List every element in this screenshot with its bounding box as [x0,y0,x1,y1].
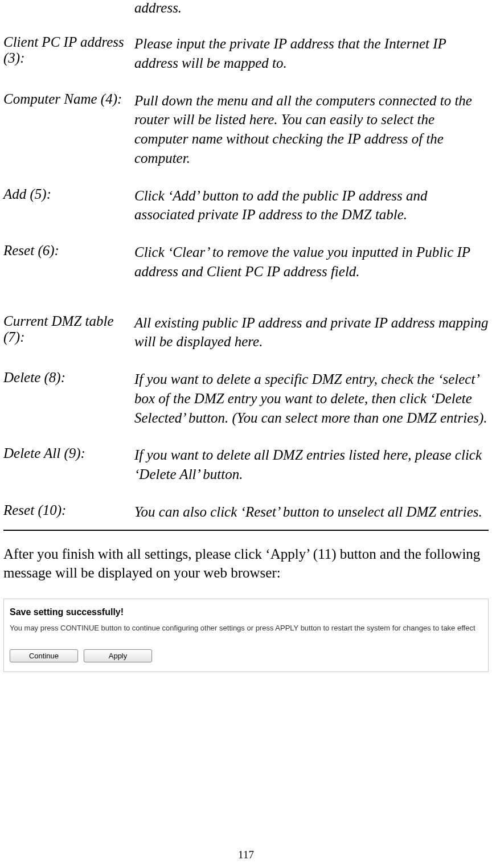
definition-description: Click ‘Add’ button to add the public IP … [134,186,489,225]
definition-description: Pull down the menu and all the computers… [134,91,489,168]
definition-description: All existing public IP address and priva… [134,313,489,352]
definition-description: You can also click ‘Reset’ button to uns… [134,502,489,522]
definition-term: Add (5): [3,186,134,225]
top-fragment-text: address. [134,0,489,16]
definition-table: Client PC IP address (3):Please input th… [3,34,489,531]
definition-description: If you want to delete all DMZ entries li… [134,445,489,484]
definition-term: Reset (10): [3,502,134,522]
page-number: 117 [0,849,492,861]
after-settings-text: After you finish with all settings, plea… [0,544,492,583]
definition-description: If you want to delete a specific DMZ ent… [134,370,489,427]
definition-row: Client PC IP address (3):Please input th… [3,34,489,73]
definition-row: Delete All (9):If you want to delete all… [3,445,489,484]
definition-description: Please input the private IP address that… [134,34,489,73]
definition-row: Computer Name (4):Pull down the menu and… [3,91,489,168]
apply-button[interactable]: Apply [84,649,152,662]
definition-row: Add (5):Click ‘Add’ button to add the pu… [3,186,489,225]
definition-row: Reset (10):You can also click ‘Reset’ bu… [3,502,489,522]
definition-term: Computer Name (4): [3,91,134,168]
continue-button[interactable]: Continue [10,649,78,662]
save-confirmation-box: Save setting successfully! You may press… [3,599,489,672]
definition-term: Delete (8): [3,370,134,427]
definition-description: Click ‘Clear’ to remove the value you in… [134,243,489,281]
definition-row: Delete (8):If you want to delete a speci… [3,370,489,427]
definition-term: Client PC IP address (3): [3,34,134,73]
definition-term: Reset (6): [3,243,134,281]
definition-row: Reset (6):Click ‘Clear’ to remove the va… [3,243,489,281]
save-description: You may press CONTINUE button to continu… [10,623,482,633]
button-row: Continue Apply [10,649,482,662]
save-title: Save setting successfully! [10,607,482,617]
definition-term: Delete All (9): [3,445,134,484]
definition-term: Current DMZ table (7): [3,313,134,352]
definition-row: Current DMZ table (7):All existing publi… [3,313,489,352]
